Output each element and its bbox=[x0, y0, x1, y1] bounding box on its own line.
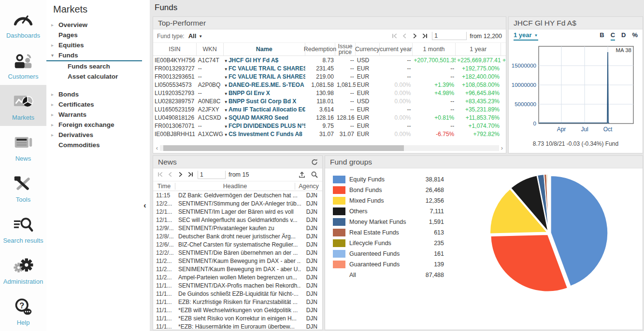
column-header-1-month[interactable]: 1 month bbox=[413, 43, 456, 55]
rail-item-help[interactable]: ? Help bbox=[0, 290, 46, 331]
news-row[interactable]: 12/1...SENTIMENT/Im Lager der Bären wird… bbox=[153, 207, 322, 216]
scrollbar-track[interactable] bbox=[160, 145, 499, 151]
nav-item-overview[interactable]: ▸Overview bbox=[46, 20, 142, 30]
horizontal-scrollbar[interactable]: ‹ › bbox=[154, 145, 505, 151]
table-row[interactable]: IE00B4KYH756A1C74T▾JHCF Gl HY Fd A$8.73-… bbox=[153, 56, 506, 64]
news-row[interactable]: 11/1...*EZB: Häusermärkte im Euroraum üb… bbox=[153, 322, 322, 331]
scroll-left-icon[interactable]: ‹ bbox=[154, 145, 160, 151]
news-row[interactable]: 11/2...SENTIMENT/Kaum Bewegung im DAX - … bbox=[153, 257, 322, 265]
rail-item-tools[interactable]: Tools bbox=[0, 167, 46, 208]
pager-first-button[interactable] bbox=[391, 33, 399, 40]
cell-name: ▾JHCF Gl HY Fd A$ bbox=[224, 57, 306, 64]
table-row[interactable]: FR0013067071--▾FCPI DIVIDENDES PLUS N°5 … bbox=[153, 122, 506, 130]
news-agency: DJN bbox=[301, 217, 322, 223]
chevron-right-icon: ▸ bbox=[51, 42, 58, 48]
cell-isin: IE00BJ8RHH11 bbox=[153, 131, 197, 138]
news-row[interactable]: 11/1...EZB: Kurzfristige Risiken für Fin… bbox=[153, 298, 322, 306]
mode-button-c[interactable]: C bbox=[611, 31, 615, 41]
cell-1-month: +207,700,501.35% bbox=[413, 57, 456, 64]
news-row[interactable]: 11/2...SENIMENT/Kaum Bewegung im DAX - a… bbox=[153, 265, 322, 273]
search-results-icon bbox=[12, 213, 34, 236]
table-row[interactable]: LU1650523159A2JFXY▾Amu IF Tactical Alloc… bbox=[153, 105, 506, 113]
column-header-redemption[interactable]: Redemption bbox=[305, 43, 335, 55]
nav-item-equities[interactable]: ▸Equities bbox=[46, 40, 142, 50]
top-performer-panel: Top-Performer Fund type: All▼ from 12,20… bbox=[153, 16, 506, 153]
column-header-time[interactable]: Time bbox=[153, 183, 175, 190]
news-headline: SEC will Anlegerflucht aus Geldmarktfond… bbox=[175, 217, 301, 223]
column-header-issue-price[interactable]: Issue price bbox=[335, 43, 356, 55]
table-row[interactable]: FR0013293651--▾FC VALUE TRAIL A SHARES S… bbox=[153, 72, 506, 81]
column-header-isin[interactable]: ISIN bbox=[153, 43, 197, 55]
svg-text:Apr: Apr bbox=[557, 126, 566, 133]
table-row[interactable]: IE00BJ8RHH11A1XCWG▾CS Investment C Funds… bbox=[153, 130, 506, 138]
table-row[interactable]: LU0490818126A1CSXD▾SQUAD MAKRO Seed128.1… bbox=[153, 113, 506, 122]
pager-prev-button[interactable] bbox=[401, 33, 409, 40]
pager-next-button[interactable] bbox=[177, 171, 185, 178]
news-row[interactable]: 12/2/...SENTIMENT/Die Bären übernehmen a… bbox=[153, 248, 322, 257]
column-header-wkn[interactable]: WKN bbox=[197, 43, 224, 55]
rail-item-search-results[interactable]: Search results bbox=[0, 208, 46, 249]
news-agency: DJN bbox=[301, 208, 322, 215]
refresh-icon[interactable] bbox=[311, 158, 318, 166]
table-row[interactable]: LI0505534573A2P0BQ▾DANEO-RE.ES.ME. S-TEO… bbox=[153, 81, 506, 89]
news-row[interactable]: 12/8/...Deutscher Bank droht neuer juris… bbox=[153, 232, 322, 240]
nav-item-bonds[interactable]: ▸Bonds bbox=[46, 89, 142, 99]
rail-item-dashboards[interactable]: Dashboards bbox=[0, 3, 46, 44]
news-row[interactable]: 12/6/...BIZ-Chef Carsten für systematisc… bbox=[153, 240, 322, 248]
column-header-agency[interactable]: Agency bbox=[295, 183, 322, 190]
page-number-input[interactable] bbox=[198, 171, 226, 179]
top-performer-pager: from 12,200 bbox=[391, 32, 502, 40]
nav-item-pages[interactable]: Pages bbox=[46, 30, 142, 40]
news-row[interactable]: 11/2...Ampel-Parteien wollen Mieten begr… bbox=[153, 273, 322, 281]
news-row[interactable]: 12/9/...SENTIMENT/Privatanleger kaufen z… bbox=[153, 224, 322, 232]
cell-1-month: +0.81% bbox=[413, 114, 456, 121]
news-row[interactable]: 12/1...SEC will Anlegerflucht aus Geldma… bbox=[153, 216, 322, 224]
rail-item-news[interactable]: News bbox=[0, 126, 46, 167]
news-agency: DJN bbox=[301, 307, 322, 314]
nav-item-commodities[interactable]: Commodities bbox=[46, 140, 142, 150]
pager-prev-button[interactable] bbox=[167, 171, 174, 178]
scrollbar-thumb[interactable] bbox=[163, 145, 404, 151]
nav-item-funds-search[interactable]: Funds search bbox=[46, 61, 142, 71]
news-agency: DJN bbox=[301, 266, 322, 273]
column-header-headline[interactable]: Headline bbox=[175, 183, 295, 190]
nav-item-derivatives[interactable]: ▸Derivatives bbox=[46, 130, 142, 140]
fund-type-dropdown[interactable]: All▼ bbox=[188, 32, 203, 40]
nav-item-warrants[interactable]: ▸Warrants bbox=[46, 110, 142, 120]
range-dropdown[interactable]: 1 year▼ bbox=[514, 31, 538, 41]
column-header-1-year[interactable]: 1 year bbox=[456, 43, 501, 55]
scroll-right-icon[interactable]: › bbox=[499, 145, 505, 151]
export-icon[interactable] bbox=[298, 171, 306, 179]
sidebar-collapse-icon[interactable]: ‹ bbox=[143, 201, 146, 210]
nav-item-certificates[interactable]: ▸Certificates bbox=[46, 99, 142, 110]
rail-item-markets[interactable]: Markets bbox=[0, 85, 46, 126]
rail-item-administration[interactable]: Administration bbox=[0, 249, 46, 290]
column-header-currency[interactable]: Currency bbox=[356, 43, 380, 55]
column-header-name[interactable]: Name bbox=[224, 43, 305, 55]
mode-button-percent[interactable]: % bbox=[632, 31, 638, 41]
pager-first-button[interactable] bbox=[157, 171, 164, 178]
rail-item-customers[interactable]: Customers bbox=[0, 44, 46, 85]
news-time: 11/2... bbox=[153, 258, 175, 264]
pager-next-button[interactable] bbox=[412, 33, 419, 40]
table-row[interactable]: LU0282389757A0NE8C▾BNPP Sust Gl Corp Bd … bbox=[153, 97, 506, 105]
news-row[interactable]: 12/2...SENTIMENT/Stimmung der DAX-Anlege… bbox=[153, 199, 322, 207]
page-number-input[interactable] bbox=[432, 32, 467, 40]
news-row[interactable]: 11/1...*EZB will Wechselwirkungen von Ge… bbox=[153, 306, 322, 314]
nav-item-foreign-exchange[interactable]: ▸Foreign exchange bbox=[46, 120, 142, 130]
news-row[interactable]: 11:15DZ Bank: Geldvermögen der Deutschen… bbox=[153, 191, 322, 199]
news-row[interactable]: 11/1...*EZB sieht Risiko von Korrektur i… bbox=[153, 314, 322, 322]
news-row[interactable]: 11/1...De Guindos schließt EZB-Liquiditä… bbox=[153, 290, 322, 298]
search-icon[interactable] bbox=[311, 171, 318, 179]
mode-button-d[interactable]: D bbox=[621, 31, 626, 41]
pager-last-button[interactable] bbox=[422, 33, 429, 40]
column-header-current-year[interactable]: current year bbox=[380, 43, 413, 55]
table-row[interactable]: FR0013293727--▾FC VALUE TRAIL C SHARES S… bbox=[153, 64, 506, 72]
mode-button-b[interactable]: B bbox=[600, 31, 604, 41]
pager-last-button[interactable] bbox=[187, 171, 195, 178]
table-row[interactable]: LU1920352793--▾BNPP Gl Env X130.98--EUR0… bbox=[153, 89, 506, 97]
news-row[interactable]: 11/1...SENTIMENT/DAX-Profis machen bei R… bbox=[153, 281, 322, 290]
nav-item-asset-calculator[interactable]: Asset calculator bbox=[46, 71, 142, 82]
nav-item-label: Equities bbox=[58, 41, 84, 49]
nav-item-funds[interactable]: ▾Funds bbox=[46, 50, 142, 61]
